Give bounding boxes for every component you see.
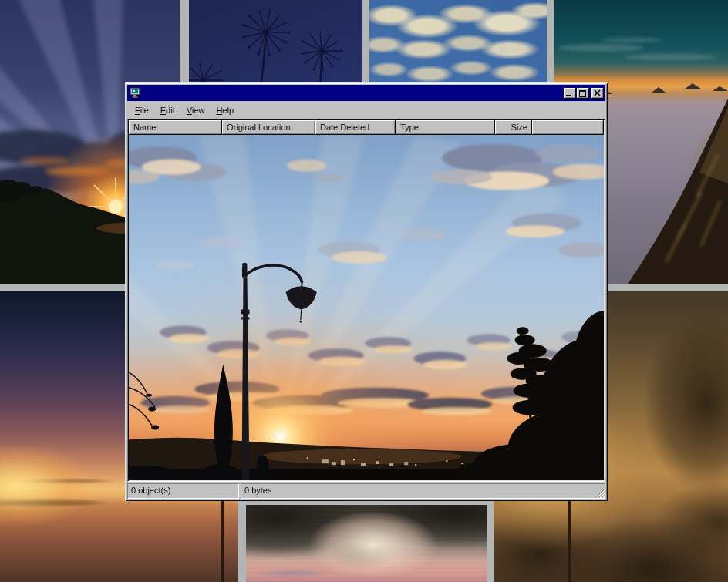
menu-bar: File Edit View Help: [127, 101, 605, 118]
menu-view[interactable]: View: [182, 104, 210, 116]
desktop: { "window": { "title": "", "menu": { "it…: [0, 0, 728, 582]
minimize-button[interactable]: [564, 88, 576, 99]
close-icon: [594, 89, 601, 96]
window-background-photo[interactable]: [129, 135, 604, 480]
window-titlebar[interactable]: [127, 85, 605, 101]
column-header-original-location[interactable]: Original Location: [222, 120, 315, 135]
column-header-row: Name Original Location Date Deleted Type…: [129, 120, 604, 135]
maximize-button[interactable]: [577, 88, 589, 99]
menu-file[interactable]: File: [130, 104, 153, 116]
column-header-filler: [532, 120, 604, 135]
wallpaper-photo-water-reflection: [246, 505, 487, 582]
column-header-date-deleted[interactable]: Date Deleted: [315, 120, 396, 135]
menu-help[interactable]: Help: [211, 104, 238, 116]
status-bytes: 0 bytes: [241, 483, 605, 499]
close-button[interactable]: [592, 88, 604, 99]
column-header-name[interactable]: Name: [129, 120, 222, 135]
file-list-view[interactable]: Name Original Location Date Deleted Type…: [127, 119, 605, 482]
column-header-type[interactable]: Type: [396, 120, 495, 135]
column-header-size[interactable]: Size: [495, 120, 532, 135]
menu-edit[interactable]: Edit: [156, 104, 180, 116]
maximize-icon: [579, 90, 586, 97]
status-objects: 0 object(s): [127, 483, 239, 499]
recycle-bin-window: File Edit View Help Name Original Locati…: [125, 82, 608, 501]
minimize-icon: [566, 95, 571, 96]
status-bar: 0 object(s) 0 bytes: [127, 483, 605, 499]
resize-grip-icon[interactable]: [595, 488, 605, 498]
window-computer-icon: [130, 87, 142, 99]
